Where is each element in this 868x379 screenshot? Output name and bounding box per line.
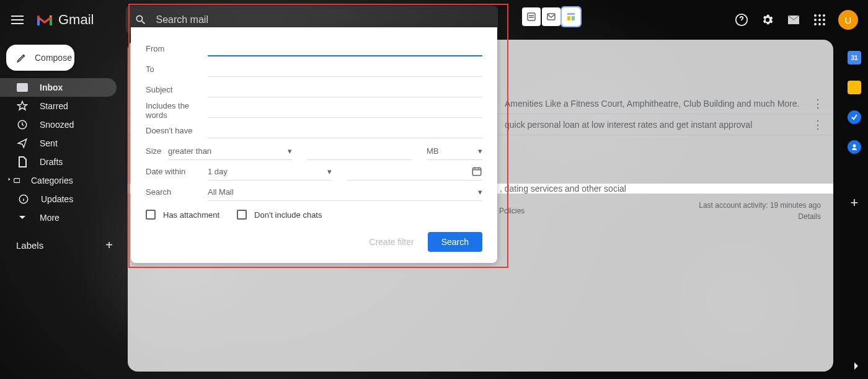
adv-subject-label: Subject [146, 85, 208, 94]
adv-search-label: Search [146, 187, 208, 197]
calendar-icon[interactable]: 31 [848, 51, 861, 65]
chevron-down-icon [16, 215, 29, 220]
adv-from-input[interactable] [208, 42, 482, 56]
gear-icon[interactable] [760, 12, 775, 27]
star-icon [16, 100, 29, 112]
svg-rect-7 [567, 13, 575, 15]
draft-icon [16, 156, 29, 167]
gmail-m-icon [36, 13, 53, 27]
svg-point-16 [823, 19, 825, 21]
sidebar-item-label: Snoozed [40, 120, 74, 130]
sidebar-item-updates[interactable]: Updates [0, 190, 117, 208]
labels-title: Labels [16, 240, 43, 251]
svg-point-13 [823, 14, 825, 17]
sidebar-item-more[interactable]: More [0, 208, 117, 227]
main-menu-icon[interactable] [10, 12, 25, 27]
checkbox-icon [146, 210, 156, 220]
collapse-panel-icon[interactable] [853, 362, 859, 370]
sidebar-item-label: Starred [40, 101, 68, 111]
keep-icon[interactable] [848, 81, 861, 94]
sidebar-item-categories[interactable]: Categories [0, 171, 117, 190]
adv-doesnt-input[interactable] [208, 123, 482, 138]
calendar-icon [471, 166, 482, 177]
apps-grid-icon[interactable] [812, 12, 827, 27]
labels-header: Labels + [0, 227, 124, 252]
svg-point-24 [853, 145, 856, 148]
adv-to-input[interactable] [208, 62, 482, 77]
pencil-icon [16, 52, 27, 63]
notifications-icon[interactable] [786, 12, 801, 27]
checkbox-icon [237, 210, 247, 220]
chevron-down-icon: ▾ [327, 167, 332, 176]
sidebar-item-sent[interactable]: Sent [0, 134, 117, 153]
svg-rect-22 [14, 179, 19, 183]
help-icon[interactable] [734, 12, 749, 27]
adv-doesnt-label: Doesn't have [146, 126, 208, 135]
search-icon [135, 14, 147, 26]
gmail-logo[interactable]: Gmail [36, 12, 94, 28]
svg-point-11 [814, 14, 817, 17]
adv-size-value-input[interactable] [307, 143, 412, 160]
svg-point-15 [818, 19, 821, 21]
search-input[interactable] [156, 14, 489, 25]
avatar[interactable]: U [838, 10, 858, 30]
sidebar-item-label: Categories [31, 176, 73, 185]
gmail-wordmark: Gmail [58, 12, 94, 28]
advanced-search-panel: From To Subject Includes the words Doesn… [131, 27, 497, 263]
adv-no-chats-checkbox[interactable]: Don't include chats [237, 210, 322, 220]
add-label-icon[interactable]: + [105, 238, 113, 252]
sidebar-item-drafts[interactable]: Drafts [0, 153, 117, 171]
ext-icon-3[interactable] [562, 7, 580, 26]
adv-includes-input[interactable] [208, 103, 482, 118]
sidebar-item-label: Sent [40, 138, 58, 148]
adv-date-input[interactable] [347, 163, 482, 181]
sidebar-item-inbox[interactable]: Inbox [0, 78, 117, 97]
sidebar-item-label: Drafts [40, 157, 63, 167]
adv-has-attachment-checkbox[interactable]: Has attachment [146, 210, 219, 220]
add-addon-icon[interactable]: + [851, 195, 859, 211]
sidebar-item-label: Inbox [40, 82, 63, 92]
more-vert-icon[interactable]: ⋮ [805, 118, 823, 132]
svg-point-18 [818, 23, 821, 25]
chevron-down-icon: ▾ [288, 146, 292, 156]
svg-rect-8 [567, 16, 570, 20]
footer-activity: Last account activity: 19 minutes ago [699, 200, 821, 211]
svg-rect-20 [17, 83, 28, 92]
sidebar-item-label: Updates [41, 194, 73, 204]
adv-search-scope-select[interactable]: All Mail ▾ [208, 184, 482, 201]
sidebar-item-starred[interactable]: Starred [0, 97, 117, 115]
adv-subject-input[interactable] [208, 82, 482, 97]
svg-rect-6 [547, 14, 555, 20]
adv-size-unit-select[interactable]: MB ▾ [427, 143, 482, 160]
chevron-right-icon [7, 176, 20, 185]
sidebar-item-snoozed[interactable]: Snoozed [0, 115, 117, 134]
tasks-icon[interactable] [848, 110, 861, 124]
compose-label: Compose [35, 53, 72, 63]
svg-point-12 [818, 14, 821, 17]
ext-icon-2[interactable] [542, 7, 560, 26]
svg-point-14 [814, 19, 817, 21]
adv-size-label: Size [146, 146, 168, 156]
search-button[interactable]: Search [428, 232, 482, 252]
ext-icon-1[interactable] [522, 7, 541, 26]
side-panel: 31 + [841, 40, 868, 379]
header-actions: U [734, 10, 858, 30]
adv-date-range-select[interactable]: 1 day ▾ [208, 163, 332, 181]
contacts-icon[interactable] [848, 140, 861, 154]
send-icon [16, 138, 29, 149]
compose-button[interactable]: Compose [6, 45, 74, 71]
sidebar-item-label: More [40, 213, 60, 223]
chevron-down-icon: ▾ [478, 187, 482, 197]
create-filter-button[interactable]: Create filter [369, 237, 414, 247]
more-vert-icon[interactable]: ⋮ [805, 97, 823, 110]
adv-includes-label: Includes the words [146, 101, 208, 120]
svg-rect-9 [572, 16, 575, 20]
adv-to-label: To [146, 65, 208, 74]
info-icon [17, 194, 30, 205]
svg-rect-25 [472, 168, 481, 176]
adv-size-op-select[interactable]: greater than ▾ [168, 143, 292, 160]
adv-date-label: Date within [146, 167, 208, 176]
extension-icons [522, 7, 580, 26]
chevron-down-icon: ▾ [478, 146, 482, 156]
footer-details[interactable]: Details [798, 212, 821, 221]
